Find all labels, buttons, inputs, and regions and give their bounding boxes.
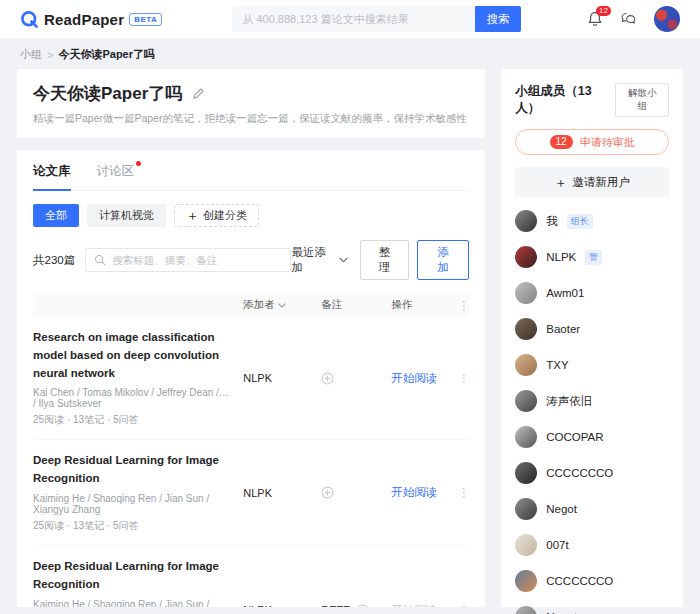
- paper-title[interactable]: Deep Residual Learning for Image Recogni…: [33, 452, 229, 488]
- user-avatar[interactable]: [654, 6, 680, 32]
- circled-plus-icon: [356, 604, 369, 607]
- members-panel: 小组成员（13人） 解散小组 12 申请待审批 ＋ 邀请新用户 我 组长 NLP…: [501, 69, 683, 607]
- breadcrumb-groups-link[interactable]: 小组: [20, 47, 42, 62]
- invite-user-label: 邀请新用户: [572, 175, 630, 190]
- member-row[interactable]: Negot: [515, 491, 669, 527]
- add-paper-button[interactable]: 添加: [417, 240, 469, 280]
- notifications-button[interactable]: 12: [587, 11, 603, 27]
- tab-bar: 论文库 讨论区: [33, 150, 469, 191]
- tab-discussion[interactable]: 讨论区: [97, 163, 135, 190]
- member-name: Baoter: [546, 323, 580, 335]
- paper-more-icon[interactable]: ⋮: [455, 486, 469, 499]
- member-list: 我 组长 NLPK 管 Awm01 Baoter TXY 涛声依旧 COCOPA…: [515, 203, 669, 614]
- breadcrumb: 小组 > 今天你读Paper了吗: [0, 38, 700, 69]
- edit-title-button[interactable]: [192, 87, 205, 100]
- group-header-card: 今天你读Paper了吗 精读一篇Paper做一篇Paper的笔记，拒绝读一篇忘一…: [17, 69, 485, 138]
- category-chip-cv[interactable]: 计算机视觉: [87, 204, 166, 227]
- member-name: NLPK: [546, 251, 576, 263]
- paper-info: Deep Residual Learning for Image Recogni…: [33, 558, 243, 607]
- table-header: 添加者 备注 操作 ⋮: [33, 293, 469, 317]
- paper-note-cell[interactable]: [321, 486, 391, 499]
- member-name: 我: [546, 214, 558, 229]
- member-role-badge: 组长: [567, 214, 593, 229]
- create-category-button[interactable]: ＋ 创建分类: [174, 204, 259, 227]
- chevron-down-icon: [278, 303, 286, 308]
- member-name: TXY: [546, 359, 568, 371]
- member-row[interactable]: Awm01: [515, 275, 669, 311]
- paper-library-card: 论文库 讨论区 全部 计算机视觉 ＋ 创建分类 共230篇: [17, 150, 485, 607]
- start-reading-link[interactable]: 开始阅读: [391, 604, 437, 607]
- paper-stats: 25阅读 · 13笔记 · 5问答: [33, 413, 229, 427]
- paper-title[interactable]: Research on image classification model b…: [33, 329, 229, 382]
- member-row[interactable]: 我 组长: [515, 203, 669, 239]
- member-row[interactable]: CCCCCCCO: [515, 455, 669, 491]
- invite-user-button[interactable]: ＋ 邀请新用户: [515, 167, 669, 197]
- column-action: 操作: [391, 298, 455, 312]
- paper-note-cell[interactable]: DETR: [321, 604, 391, 607]
- tab-paper-library[interactable]: 论文库: [33, 163, 71, 191]
- column-note: 备注: [321, 298, 391, 312]
- paper-note: DETR: [321, 604, 351, 607]
- member-row[interactable]: COCOPAR: [515, 419, 669, 455]
- list-controls: 共230篇 最近添加 整理 添加: [33, 240, 469, 280]
- global-search: 搜索: [232, 6, 521, 32]
- tab-paper-library-label: 论文库: [33, 164, 71, 178]
- global-search-input[interactable]: [232, 6, 475, 32]
- paper-authors: Kaiming He / Shaoqing Ren / Jian Sun / X…: [33, 599, 229, 607]
- paper-row: Research on image classification model b…: [33, 317, 469, 440]
- member-name: 涛声依旧: [546, 394, 592, 409]
- paper-authors: Kaiming He / Shaoqing Ren / Jian Sun / X…: [33, 493, 229, 515]
- chat-bubbles-icon: [620, 11, 637, 27]
- paper-count: 共230篇: [33, 253, 75, 268]
- paper-title[interactable]: Deep Residual Learning for Image Recogni…: [33, 558, 229, 594]
- member-avatar: [515, 426, 537, 448]
- paper-note-cell[interactable]: [321, 372, 391, 385]
- paper-more-icon[interactable]: ⋮: [455, 604, 469, 607]
- global-search-button[interactable]: 搜索: [475, 6, 521, 32]
- sort-dropdown[interactable]: 最近添加: [291, 245, 347, 275]
- column-adder[interactable]: 添加者: [243, 298, 321, 312]
- member-name: 007t: [546, 539, 568, 551]
- paper-search-box: [85, 248, 291, 272]
- start-reading-link[interactable]: 开始阅读: [391, 486, 437, 498]
- member-row[interactable]: Baoter: [515, 311, 669, 347]
- paper-info: Deep Residual Learning for Image Recogni…: [33, 452, 243, 533]
- pending-label: 申请待审批: [580, 135, 635, 150]
- messages-button[interactable]: [620, 11, 637, 27]
- member-row[interactable]: 涛声依旧: [515, 383, 669, 419]
- readpaper-logo-icon: [20, 10, 39, 29]
- table-settings-icon[interactable]: ⋮: [455, 299, 469, 312]
- organize-button[interactable]: 整理: [360, 240, 410, 280]
- chevron-down-icon: [339, 257, 348, 263]
- readpaper-logo[interactable]: ReadPaper BETA: [20, 10, 162, 29]
- member-avatar: [515, 210, 537, 232]
- category-chip-all[interactable]: 全部: [33, 204, 79, 227]
- disband-group-button[interactable]: 解散小组: [615, 83, 669, 117]
- paper-more-icon[interactable]: ⋮: [455, 372, 469, 385]
- member-avatar: [515, 570, 537, 592]
- paper-adder: NLPK: [243, 604, 321, 607]
- member-row[interactable]: 007t: [515, 527, 669, 563]
- category-filter-bar: 全部 计算机视觉 ＋ 创建分类: [33, 204, 469, 227]
- app-name: ReadPaper: [44, 11, 124, 28]
- create-category-label: 创建分类: [203, 208, 247, 223]
- member-name: Awm01: [546, 287, 584, 299]
- tab-discussion-label: 讨论区: [97, 164, 135, 178]
- member-row[interactable]: Negot: [515, 599, 669, 614]
- member-row[interactable]: CCCCCCCO: [515, 563, 669, 599]
- pending-approvals-button[interactable]: 12 申请待审批: [515, 129, 669, 155]
- unread-dot: [136, 161, 141, 166]
- member-avatar: [515, 354, 537, 376]
- member-row[interactable]: NLPK 管: [515, 239, 669, 275]
- paper-search-input[interactable]: [112, 254, 282, 266]
- member-avatar: [515, 606, 537, 614]
- member-row[interactable]: TXY: [515, 347, 669, 383]
- header-actions: 12: [587, 6, 680, 32]
- start-reading-link[interactable]: 开始阅读: [391, 372, 437, 384]
- member-name: COCOPAR: [546, 431, 603, 443]
- page-title: 今天你读Paper了吗: [33, 82, 182, 105]
- paper-list: Research on image classification model b…: [33, 317, 469, 607]
- member-avatar: [515, 318, 537, 340]
- plus-icon: ＋: [554, 176, 567, 189]
- circled-plus-icon: [321, 372, 334, 385]
